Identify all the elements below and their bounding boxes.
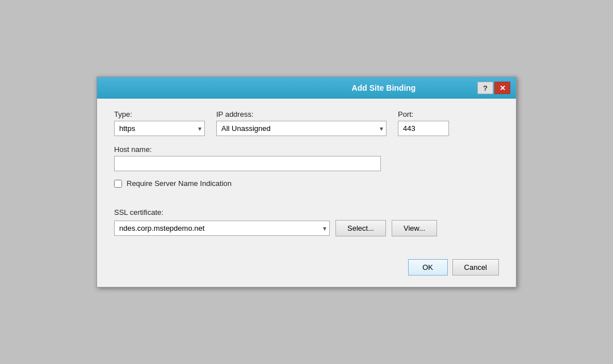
ssl-label: SSL certificate: (114, 208, 163, 217)
ssl-select[interactable]: ndes.corp.mstepdemo.net (114, 221, 330, 236)
title-bar: Add Site Binding ? ✕ (97, 77, 516, 99)
close-button[interactable]: ✕ (494, 82, 510, 94)
port-input[interactable] (398, 121, 449, 136)
sni-row: Require Server Name Indication (114, 179, 499, 188)
view-button[interactable]: View... (392, 220, 437, 236)
dialog-body: Type: https http net.tcp net.pipe IP add… (97, 99, 516, 287)
hostname-label: Host name: (114, 145, 499, 154)
type-group: Type: https http net.tcp net.pipe (114, 110, 205, 136)
port-label: Port: (398, 110, 449, 118)
select-button[interactable]: Select... (335, 220, 386, 236)
add-site-binding-dialog: Add Site Binding ? ✕ Type: https http ne… (96, 77, 517, 287)
type-ip-port-row: Type: https http net.tcp net.pipe IP add… (114, 110, 499, 136)
ip-select-wrapper: All Unassigned 127.0.0.1 (216, 121, 387, 136)
type-label: Type: (114, 110, 205, 118)
ssl-section: SSL certificate: ndes.corp.mstepdemo.net… (114, 208, 499, 236)
sni-checkbox[interactable] (114, 180, 122, 188)
ip-label: IP address: (216, 110, 387, 118)
ip-group: IP address: All Unassigned 127.0.0.1 (216, 110, 387, 136)
cancel-button[interactable]: Cancel (452, 259, 499, 276)
port-group: Port: (398, 110, 449, 136)
hostname-group: Host name: (114, 145, 499, 171)
ssl-row: ndes.corp.mstepdemo.net Select... View..… (114, 220, 499, 236)
button-row: OK Cancel (114, 253, 499, 276)
title-controls: ? ✕ (477, 82, 510, 94)
dialog-title: Add Site Binding (290, 83, 477, 92)
ip-select[interactable]: All Unassigned 127.0.0.1 (216, 121, 387, 136)
type-select-wrapper: https http net.tcp net.pipe (114, 121, 205, 136)
type-select[interactable]: https http net.tcp net.pipe (114, 121, 205, 136)
help-button[interactable]: ? (477, 82, 493, 94)
sni-label: Require Server Name Indication (127, 179, 232, 188)
ok-button[interactable]: OK (408, 259, 448, 276)
ssl-select-wrapper: ndes.corp.mstepdemo.net (114, 221, 330, 236)
hostname-input[interactable] (114, 156, 381, 171)
